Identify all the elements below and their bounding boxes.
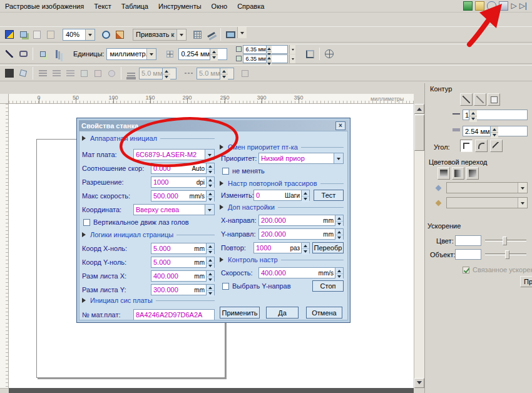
speed-ratio-spinner[interactable] [206,163,214,173]
duplicate-y-spinner[interactable] [266,55,272,63]
line-height-spinner[interactable] [490,126,498,136]
linked-acceleration-checkbox[interactable] [463,267,469,273]
dialog-titlebar[interactable]: Свойства станка × [79,120,348,131]
max-speed-field[interactable]: 500.000 mm/s [151,190,215,202]
object-accel-slider[interactable] [485,253,526,255]
corner-sharp-button[interactable] [460,140,473,152]
color-accel-slider[interactable] [485,240,526,242]
distribute-v-icon[interactable] [91,67,105,80]
max-speed-spinner[interactable] [206,191,214,201]
snap-dropdown-icon[interactable] [176,29,186,40]
bars-icon[interactable] [49,48,63,61]
units-select[interactable]: миллиметр... [106,48,156,60]
coord-x-field[interactable]: 5.000 mm [151,243,215,254]
menu-window[interactable]: Окно [207,0,233,12]
stop-button[interactable]: Стоп [312,280,344,292]
color-accel-field[interactable] [455,235,481,246]
menu-tools[interactable]: Инструменты [153,0,207,12]
arrow-style-icon[interactable] [238,67,252,80]
dash-width-spinner[interactable] [220,68,228,79]
duplicate-x-dropdown-icon[interactable] [289,45,295,54]
panel-apply-button[interactable]: При [520,276,532,287]
priority-dropdown-icon[interactable] [334,153,343,163]
simulate-icon[interactable] [499,1,508,11]
reprocess-button[interactable]: Переобр [312,242,344,253]
repeat-spinner[interactable] [301,243,309,253]
display-mode-icon[interactable] [223,28,237,41]
line-width-field[interactable]: 1 [463,110,528,120]
corner-round-button[interactable] [475,140,488,152]
gradient-conical-button[interactable] [466,167,479,180]
gradient-end-select[interactable] [446,197,528,208]
dash-style-icon[interactable] [182,67,195,80]
duplicate-x-spinner[interactable] [266,46,272,53]
sheet-x-spinner[interactable] [206,271,214,281]
horizontal-scrollbar-track[interactable] [9,388,414,393]
coord-y-spinner[interactable] [206,257,214,267]
coord-x-spinner[interactable] [206,243,214,253]
coordinate-dropdown-icon[interactable] [205,205,214,215]
outline-width-spinner[interactable] [162,68,170,79]
units-dropdown-icon[interactable] [146,49,156,59]
y-dir-field[interactable]: 200.000 mm [258,228,344,240]
coord-y-field[interactable]: 5.000 mm [151,257,215,268]
x-dir-spinner[interactable] [335,215,343,225]
sheet-y-spinner[interactable] [206,285,214,295]
gradient-start-select[interactable] [446,182,528,193]
app-icon[interactable] [3,28,16,41]
duplicate-x-field[interactable]: 6.35 мм [243,45,288,54]
repeat-field[interactable]: 1000 раз [253,242,310,253]
export-table-icon[interactable] [463,1,473,11]
vertical-scrollbar[interactable] [414,104,424,388]
speed-ratio-field[interactable]: 0.000 Auto [151,163,215,174]
grid-icon[interactable] [190,28,204,41]
outline-pen-button[interactable] [460,93,473,106]
pen-icon[interactable] [3,48,16,61]
object-accel-slider-handle[interactable] [505,250,509,259]
dash-width-field[interactable]: 5.0 мм [197,68,234,79]
align-left-icon[interactable] [36,67,49,80]
play-to-end-icon[interactable]: ▷| [519,1,527,11]
object-accel-field[interactable] [455,249,481,260]
mainboard-dropdown-icon[interactable] [205,150,214,160]
weld-icon[interactable] [105,67,118,80]
play-icon[interactable]: ▷ [511,1,516,11]
outline-width-icon[interactable] [124,67,138,80]
resolution-field[interactable]: 1000 dpi [151,176,215,188]
edit-icon[interactable] [475,1,484,11]
duplicate-y-field[interactable]: 6.35 мм [243,54,288,63]
speed-field[interactable]: 400.000 mm/s [258,267,344,278]
y-dir-spinner[interactable] [335,229,343,239]
line-height-field[interactable]: 2.54 мм [463,126,528,136]
scroll-down-button[interactable] [414,378,424,388]
coordinate-select[interactable]: Вверху слева [133,204,215,215]
import-image-icon[interactable] [16,28,30,41]
scroll-up-button[interactable] [414,104,424,114]
nudge-field[interactable]: 0.254 мм [178,48,227,60]
gradient-radial-button[interactable] [452,167,464,180]
priority-select[interactable]: Низкий приор [258,153,344,164]
close-icon[interactable]: × [335,121,345,130]
distribute-h-icon[interactable] [77,67,91,80]
scrollbar-thumb[interactable] [414,115,424,151]
outline-width-field[interactable]: 5.0 мм [139,68,176,79]
brush-icon[interactable] [113,28,126,41]
no-change-checkbox[interactable] [222,168,229,175]
link-icon[interactable] [487,1,496,11]
mainboard-select[interactable]: 6C6879-LASER-M2 [133,149,215,160]
color-accel-slider-handle[interactable] [503,237,507,245]
x-dir-field[interactable]: 200.000 mm [258,215,344,226]
test-button[interactable]: Тест [314,190,344,201]
menu-table[interactable]: Таблица [116,0,153,12]
corner-bevel-button[interactable] [490,140,503,152]
outline-fill-button[interactable] [474,93,486,106]
gradient-end-dropdown-icon[interactable] [518,198,527,208]
speed-spinner[interactable] [335,268,343,278]
board-no-field[interactable]: 8A4246A2D97D6A2A [133,309,215,320]
cancel-button[interactable]: Отмена [306,307,342,319]
zoom-dropdown-icon[interactable] [85,29,95,40]
menu-text[interactable]: Текст [89,0,116,12]
sheet-x-field[interactable]: 400.000 mm [151,270,215,282]
char-rotate-icon[interactable] [16,67,30,80]
node-edit-icon[interactable] [204,28,218,41]
